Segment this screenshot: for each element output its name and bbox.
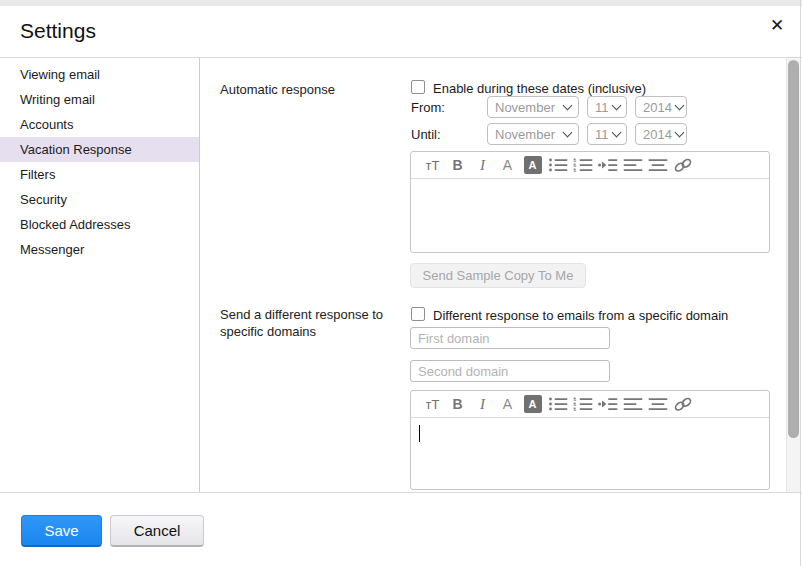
from-year-value: 2014 — [643, 100, 672, 115]
page-title: Settings — [20, 19, 96, 43]
align-left-icon[interactable] — [620, 393, 645, 415]
sidebar-item-viewing-email[interactable]: Viewing email — [0, 62, 199, 87]
until-year-value: 2014 — [643, 127, 672, 142]
sidebar-item-blocked-addresses[interactable]: Blocked Addresses — [0, 212, 199, 237]
chevron-down-icon — [563, 100, 573, 110]
highlight-color-icon[interactable]: A — [520, 393, 545, 415]
bold-icon[interactable]: B — [445, 393, 470, 415]
from-year-select[interactable]: 2014 — [635, 96, 687, 118]
enable-dates-checkbox-label: Enable during these dates (inclusive) — [433, 81, 646, 96]
automatic-response-label: Automatic response — [220, 81, 335, 98]
settings-dialog: Settings ✕ Viewing email Writing email A… — [0, 0, 802, 566]
page-background-strip — [0, 0, 802, 6]
response-text-area[interactable] — [411, 179, 769, 252]
indent-icon[interactable] — [595, 393, 620, 415]
sidebar-item-vacation-response[interactable]: Vacation Response — [0, 137, 199, 162]
sidebar-item-security[interactable]: Security — [0, 187, 199, 212]
sidebar-item-writing-email[interactable]: Writing email — [0, 87, 199, 112]
send-sample-copy-button[interactable]: Send Sample Copy To Me — [410, 263, 586, 288]
settings-sidebar: Viewing email Writing email Accounts Vac… — [0, 58, 200, 492]
from-label: From: — [411, 100, 445, 115]
until-day-select[interactable]: 11 — [587, 123, 627, 145]
until-year-select[interactable]: 2014 — [635, 123, 687, 145]
until-month-select[interactable]: November — [487, 123, 579, 145]
scrollbar-thumb[interactable] — [788, 60, 799, 438]
italic-icon[interactable]: I — [470, 393, 495, 415]
indent-icon[interactable] — [595, 154, 620, 176]
different-response-checkbox-label: Different response to emails from a spec… — [433, 308, 728, 323]
specific-domains-label: Send a different response to specific do… — [220, 306, 410, 340]
align-center-icon[interactable] — [645, 393, 670, 415]
bullet-list-icon[interactable] — [545, 154, 570, 176]
numbered-list-icon[interactable] — [570, 154, 595, 176]
chevron-down-icon — [674, 127, 684, 137]
editor-toolbar: тT B I A A — [411, 152, 769, 179]
cancel-button[interactable]: Cancel — [110, 515, 204, 547]
first-domain-input[interactable] — [410, 327, 610, 349]
close-icon[interactable]: ✕ — [766, 14, 788, 36]
vacation-response-editor: тT B I A A — [410, 151, 770, 253]
text-cursor — [419, 425, 420, 442]
until-label: Until: — [411, 127, 441, 142]
link-icon[interactable] — [670, 393, 695, 415]
until-month-value: November — [495, 127, 555, 142]
bullet-list-icon[interactable] — [545, 393, 570, 415]
numbered-list-icon[interactable] — [570, 393, 595, 415]
domain-response-editor: тT B I A A — [410, 390, 770, 490]
chevron-down-icon — [611, 127, 621, 137]
link-icon[interactable] — [670, 154, 695, 176]
from-month-value: November — [495, 100, 555, 115]
chevron-down-icon — [611, 100, 621, 110]
chevron-down-icon — [674, 100, 684, 110]
domain-response-text-area[interactable] — [411, 418, 769, 491]
font-color-icon[interactable]: A — [495, 154, 520, 176]
until-day-value: 11 — [595, 127, 609, 142]
sidebar-item-filters[interactable]: Filters — [0, 162, 199, 187]
sidebar-item-accounts[interactable]: Accounts — [0, 112, 199, 137]
second-domain-input[interactable] — [410, 360, 610, 382]
align-left-icon[interactable] — [620, 154, 645, 176]
font-size-icon[interactable]: тT — [420, 393, 445, 415]
from-month-select[interactable]: November — [487, 96, 579, 118]
editor-toolbar: тT B I A A — [411, 391, 769, 418]
italic-icon[interactable]: I — [470, 154, 495, 176]
font-size-icon[interactable]: тT — [420, 154, 445, 176]
from-day-value: 11 — [595, 100, 609, 115]
highlight-color-icon[interactable]: A — [520, 154, 545, 176]
save-button[interactable]: Save — [21, 515, 102, 547]
sidebar-item-messenger[interactable]: Messenger — [0, 237, 199, 262]
align-center-icon[interactable] — [645, 154, 670, 176]
enable-dates-checkbox[interactable] — [411, 80, 425, 94]
from-day-select[interactable]: 11 — [587, 96, 627, 118]
font-color-icon[interactable]: A — [495, 393, 520, 415]
bold-icon[interactable]: B — [445, 154, 470, 176]
dialog-right-edge — [800, 0, 801, 566]
chevron-down-icon — [563, 127, 573, 137]
different-response-checkbox[interactable] — [411, 307, 425, 321]
